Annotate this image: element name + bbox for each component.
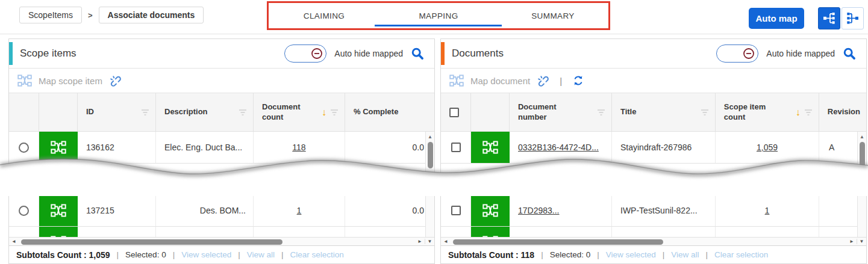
table-row[interactable]: 17585E1E-BE17-48... IWP-Oakenfeld-994...…: [441, 227, 858, 237]
scope-items-title: Scope items: [20, 48, 76, 60]
clear-selection-link[interactable]: Clear selection: [290, 250, 344, 259]
view-all-link[interactable]: View all: [247, 250, 275, 259]
table-row[interactable]: 137215 Des. BOM... 1 0.0: [9, 195, 426, 227]
selected-count: Selected: 0: [125, 250, 166, 259]
map-scope-item-button[interactable]: [17, 75, 32, 87]
view-selected-link[interactable]: View selected: [606, 250, 656, 259]
filter-icon[interactable]: [330, 109, 339, 115]
search-icon[interactable]: [411, 47, 425, 61]
filter-icon[interactable]: [804, 109, 813, 115]
row-radio[interactable]: [19, 206, 29, 216]
table-row[interactable]: 17D2983... IWP-TestSunil-822... 1: [441, 195, 858, 227]
scroll-up-icon[interactable]: ▲: [428, 132, 432, 140]
horizontal-scrollbar[interactable]: ◄ ► ▼: [9, 237, 434, 245]
scrollbar-thumb[interactable]: [428, 142, 433, 168]
scope-auto-hide-toggle[interactable]: [284, 45, 326, 63]
filter-icon[interactable]: [597, 109, 605, 115]
view-selected-link[interactable]: View selected: [181, 250, 231, 259]
scrollbar-thumb[interactable]: [21, 239, 283, 245]
scroll-right-icon[interactable]: ►: [847, 239, 857, 244]
table-row[interactable]: 136162 Elec. Eng. Duct Ba... 118 0.0: [9, 132, 426, 164]
scroll-down-icon[interactable]: ▼: [857, 239, 866, 244]
unmap-document-button[interactable]: [537, 75, 549, 87]
scroll-right-icon[interactable]: ►: [415, 239, 425, 244]
table-row[interactable]: 137216 Mech. Eng. Cab... 1 0.0: [9, 227, 426, 237]
map-icon: [482, 236, 498, 237]
revision-value: [819, 195, 858, 226]
sort-desc-icon[interactable]: ↓: [322, 106, 326, 118]
percent-complete-column-label: % Complete: [354, 107, 398, 117]
filter-icon[interactable]: [239, 109, 247, 115]
mapped-indicator-button[interactable]: [39, 227, 78, 237]
breadcrumb-associate-documents[interactable]: Associate documents: [99, 7, 204, 23]
scroll-up-icon[interactable]: ▲: [860, 132, 864, 140]
mapped-indicator-button[interactable]: [39, 195, 78, 226]
circle-minus-icon: [743, 48, 755, 60]
divider: |: [706, 250, 708, 259]
row-checkbox[interactable]: [451, 143, 461, 152]
view-all-link[interactable]: View all: [671, 250, 699, 259]
scope-items-footer: Subtotals Count : 1,059 | Selected: 0 | …: [9, 245, 434, 263]
refresh-button[interactable]: [572, 75, 584, 87]
id-column-header[interactable]: ID: [78, 93, 156, 131]
active-tab-underline: [375, 25, 502, 26]
clear-selection-link[interactable]: Clear selection: [714, 250, 768, 259]
vertical-scrollbar[interactable]: ▲: [425, 132, 434, 237]
revision-column-header[interactable]: Revision: [819, 93, 866, 131]
document-number-column-header[interactable]: Document number: [510, 93, 612, 131]
scope-item-count-column-header[interactable]: Scope item count ↓: [716, 93, 819, 131]
description-column-header[interactable]: Description: [156, 93, 254, 131]
document-number-link[interactable]: 0332B136-4472-4D...: [518, 143, 599, 152]
scroll-left-icon[interactable]: ◄: [441, 239, 451, 244]
mapped-indicator-button[interactable]: [471, 195, 510, 226]
search-icon[interactable]: [843, 47, 857, 61]
map-document-button[interactable]: [449, 75, 464, 87]
percent-complete-column-header[interactable]: % Complete: [345, 93, 434, 131]
document-count-link[interactable]: 1: [297, 206, 302, 215]
vertical-scrollbar[interactable]: ▲: [857, 132, 866, 237]
table-row[interactable]: 0332B136-4472-4D... Stayindraft-267986 1…: [441, 132, 858, 164]
document-count-column-header[interactable]: Document count ↓: [254, 93, 345, 131]
unmap-scope-item-button[interactable]: [109, 75, 122, 87]
mapped-indicator-button[interactable]: [471, 227, 510, 237]
tab-claiming[interactable]: CLAIMING: [267, 1, 381, 30]
filter-icon[interactable]: [141, 109, 149, 115]
row-radio[interactable]: [19, 143, 29, 153]
mapped-indicator-button[interactable]: [39, 132, 78, 163]
filter-icon[interactable]: [701, 109, 709, 115]
description-column-label: Description: [164, 107, 208, 117]
document-count-link[interactable]: 118: [292, 143, 305, 152]
map-icon: [482, 204, 498, 217]
tab-summary[interactable]: SUMMARY: [496, 1, 610, 30]
breadcrumb-scopeitems[interactable]: ScopeItems: [19, 7, 82, 23]
tree-view-left-button[interactable]: [818, 7, 840, 29]
documents-panel: Documents Auto hide mapped: [440, 38, 867, 264]
associate-documents-page: ScopeItems > Associate documents CLAIMIN…: [0, 0, 868, 264]
tree-left-icon: [823, 12, 835, 25]
circle-minus-icon: [311, 48, 323, 60]
select-all-checkbox[interactable]: [449, 108, 459, 117]
scrollbar-thumb[interactable]: [860, 142, 865, 168]
row-checkbox[interactable]: [451, 206, 461, 215]
scrollbar-thumb[interactable]: [453, 239, 663, 245]
horizontal-scrollbar[interactable]: ◄ ► ▼: [441, 237, 866, 245]
scroll-down-icon[interactable]: ▼: [425, 239, 434, 244]
documents-rows: 0332B136-4472-4D... Stayindraft-267986 1…: [441, 132, 866, 237]
scope-item-count-link[interactable]: 1,059: [757, 143, 778, 152]
documents-auto-hide-toggle[interactable]: [716, 45, 758, 63]
sort-desc-icon[interactable]: ↓: [796, 106, 801, 118]
scope-item-count-link[interactable]: 1: [765, 206, 770, 215]
selected-count: Selected: 0: [550, 250, 591, 259]
documents-header: Documents Auto hide mapped: [441, 39, 866, 68]
scroll-left-icon[interactable]: ◄: [9, 239, 19, 244]
title-column-header[interactable]: Title: [612, 93, 716, 131]
refresh-icon: [572, 75, 584, 87]
unlink-icon: [537, 75, 549, 87]
document-number-link[interactable]: 17D2983...: [518, 206, 560, 215]
mapped-indicator-button[interactable]: [471, 132, 510, 163]
map-icon: [482, 141, 498, 154]
tree-view-right-button[interactable]: [841, 7, 864, 29]
divider: |: [597, 250, 599, 259]
document-count-column-label: Document count: [262, 102, 309, 122]
auto-map-button[interactable]: Auto map: [749, 8, 804, 29]
